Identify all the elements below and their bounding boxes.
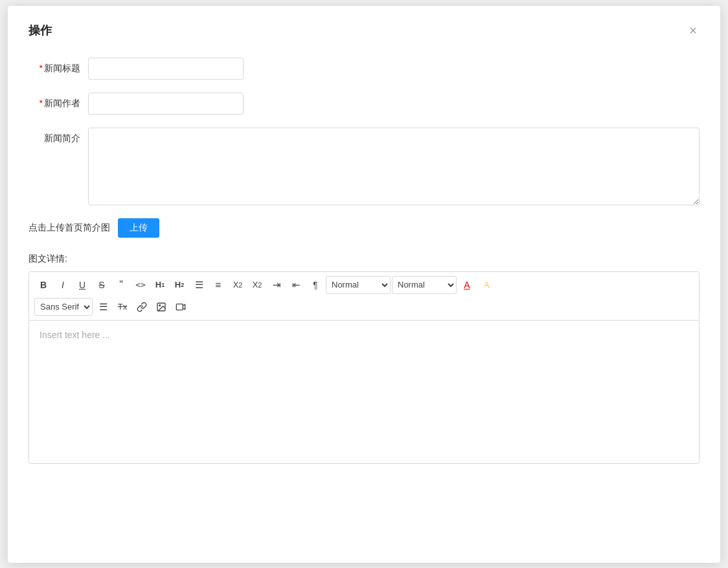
align-button[interactable]: ☰ xyxy=(94,298,112,316)
unordered-list-button[interactable]: ≡ xyxy=(209,276,227,294)
required-star-author: * xyxy=(40,98,43,108)
link-button[interactable] xyxy=(133,298,151,316)
underline-button[interactable]: U xyxy=(73,276,91,294)
editor-placeholder: Insert text here ... xyxy=(40,330,110,340)
bold-button[interactable]: B xyxy=(34,276,52,294)
editor-toolbar: B I U S " <> H1 H2 ☰ ≡ X2 X2 ⇥ ⇤ ¶ Norma… xyxy=(29,272,699,321)
blockquote-button[interactable]: " xyxy=(112,276,130,294)
font-color-button[interactable]: A xyxy=(458,276,476,294)
code-button[interactable]: <> xyxy=(131,276,150,294)
dialog-header: 操作 × xyxy=(28,21,700,40)
image-button[interactable] xyxy=(152,298,170,316)
font-family-select[interactable]: Sans Serif Serif Monospace xyxy=(34,298,93,316)
editor-wrapper: B I U S " <> H1 H2 ☰ ≡ X2 X2 ⇥ ⇤ ¶ Norma… xyxy=(28,271,700,464)
svg-rect-2 xyxy=(176,304,183,310)
subscript-button[interactable]: X2 xyxy=(229,276,247,294)
news-title-row: *新闻标题 xyxy=(28,58,700,80)
font-highlight-button[interactable]: A xyxy=(477,276,495,294)
upload-button[interactable]: 上传 xyxy=(118,218,159,238)
indent-left-button[interactable]: ⇤ xyxy=(287,276,305,294)
news-author-label: *新闻作者 xyxy=(28,93,80,109)
indent-right-button[interactable]: ⇥ xyxy=(267,276,286,294)
required-star-title: * xyxy=(40,63,43,73)
clear-format-button[interactable]: Tx xyxy=(113,298,131,316)
superscript-button[interactable]: X2 xyxy=(248,276,266,294)
toolbar-row-2: Sans Serif Serif Monospace ☰ Tx xyxy=(34,298,694,316)
upload-row: 点击上传首页简介图 上传 xyxy=(28,218,700,238)
news-title-label: *新闻标题 xyxy=(28,58,80,74)
normal-size-select[interactable]: Normal Small Large xyxy=(326,276,391,294)
h2-button[interactable]: H2 xyxy=(170,276,188,294)
upload-label-text: 点击上传首页简介图 xyxy=(28,222,110,234)
editor-content[interactable]: Insert text here ... xyxy=(29,321,699,463)
dialog-title: 操作 xyxy=(28,23,52,38)
normal-style-select[interactable]: Normal Heading 1 Heading 2 xyxy=(392,276,457,294)
news-author-input[interactable] xyxy=(88,93,244,115)
paragraph-button[interactable]: ¶ xyxy=(306,276,324,294)
toolbar-row-1: B I U S " <> H1 H2 ☰ ≡ X2 X2 ⇥ ⇤ ¶ Norma… xyxy=(34,276,694,294)
italic-button[interactable]: I xyxy=(54,276,72,294)
detail-label: 图文详情: xyxy=(28,253,700,265)
h1-button[interactable]: H1 xyxy=(151,276,169,294)
dialog-container: 操作 × *新闻标题 *新闻作者 新闻简介 点击上传首页简介图 上传 图文详情:… xyxy=(8,6,720,563)
close-button[interactable]: × xyxy=(687,21,700,40)
news-intro-label: 新闻简介 xyxy=(28,128,80,144)
news-title-input[interactable] xyxy=(88,58,244,80)
news-intro-row: 新闻简介 xyxy=(28,128,700,205)
strikethrough-button[interactable]: S xyxy=(93,276,111,294)
svg-point-1 xyxy=(159,304,161,306)
news-intro-textarea[interactable] xyxy=(88,128,700,205)
video-button[interactable] xyxy=(172,298,190,316)
ordered-list-button[interactable]: ☰ xyxy=(190,276,208,294)
news-author-row: *新闻作者 xyxy=(28,93,700,115)
